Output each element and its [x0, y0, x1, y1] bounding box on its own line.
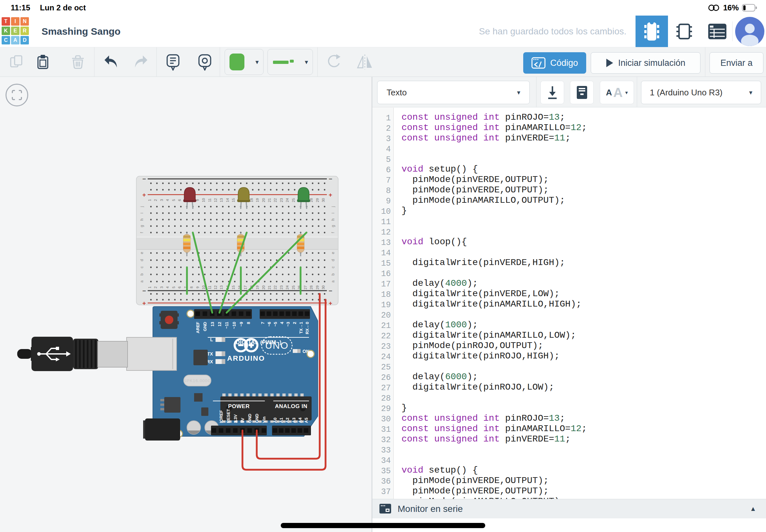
library-button[interactable] — [570, 81, 594, 104]
code-panel-header: Texto ▾ A A — [372, 77, 766, 107]
circuit-view-button[interactable] — [636, 16, 668, 47]
svg-text:13: 13 — [219, 198, 223, 202]
battery-icon — [742, 4, 758, 12]
svg-text:2: 2 — [153, 199, 157, 201]
led-green — [298, 187, 309, 200]
svg-text:13: 13 — [219, 285, 223, 289]
selected-color-swatch — [229, 54, 244, 70]
tinkercad-logo[interactable]: TINKERCAD — [2, 17, 29, 44]
serial-monitor-label: Monitor en serie — [398, 504, 463, 514]
svg-text:8: 8 — [246, 322, 251, 324]
svg-text:Vin: Vin — [261, 417, 266, 423]
code-editor[interactable]: 1const unsigned int pinROJO=13;2const un… — [372, 108, 766, 499]
zoom-to-fit-button[interactable] — [6, 84, 28, 106]
svg-text:19: 19 — [255, 198, 259, 202]
start-simulation-label: Iniciar simulación — [618, 58, 685, 68]
svg-text:~10: ~10 — [232, 322, 237, 329]
led-yellow — [238, 187, 249, 200]
svg-text:30: 30 — [321, 285, 325, 289]
color-caret-icon: ▾ — [255, 58, 259, 66]
undo-icon[interactable] — [102, 53, 120, 71]
svg-text:i: i — [331, 213, 335, 214]
expand-monitor-icon[interactable]: ▲ — [750, 505, 756, 513]
svg-text:29: 29 — [315, 198, 319, 202]
wire-caret-icon: ▾ — [305, 58, 308, 66]
svg-text:~6: ~6 — [267, 322, 272, 327]
paste-icon[interactable] — [34, 53, 52, 71]
svg-text:5V: 5V — [240, 418, 245, 423]
code-button[interactable]: Código — [523, 52, 586, 74]
svg-text:10: 10 — [201, 198, 205, 202]
download-code-button[interactable] — [541, 81, 564, 104]
svg-text:GND: GND — [202, 322, 207, 331]
svg-text:19: 19 — [255, 285, 259, 289]
logo-letter: I — [11, 17, 19, 26]
svg-text:RESET: RESET — [226, 409, 231, 423]
main-toolbar: ▾ ▾ Código — [0, 47, 766, 77]
svg-text:+: + — [328, 300, 332, 307]
svg-text:e: e — [140, 252, 144, 254]
svg-text:b: b — [331, 273, 335, 275]
svg-text:a: a — [331, 280, 335, 283]
svg-text:IOREF: IOREF — [219, 410, 224, 423]
reset-button[interactable] — [159, 311, 179, 329]
serial-monitor-bar[interactable]: Monitor en serie ▲ — [372, 499, 766, 518]
download-icon — [546, 85, 559, 100]
status-date: Lun 2 de oct — [40, 3, 86, 12]
svg-text:−: − — [328, 175, 332, 182]
arduino-uno[interactable]: AREFGND1312~11~10~987~6~54~32TX→1RX←0 DI… — [127, 307, 318, 441]
code-window-icon — [531, 56, 546, 69]
svg-text:15: 15 — [231, 285, 235, 289]
archive-icon — [576, 85, 588, 100]
svg-text:1: 1 — [148, 199, 152, 201]
rotate-icon[interactable] — [324, 53, 342, 71]
wire-style-dropdown[interactable]: ▾ — [267, 49, 313, 75]
svg-text:−: − — [142, 287, 146, 294]
send-to-button[interactable]: Enviar a — [710, 52, 763, 74]
list-view-icon[interactable] — [708, 23, 727, 40]
arduino-model-label: UNO — [265, 340, 289, 351]
svg-text:2: 2 — [153, 286, 157, 288]
inspect-label-icon[interactable] — [196, 53, 214, 71]
annotation-icon[interactable] — [164, 53, 182, 71]
svg-text:9: 9 — [196, 286, 200, 288]
logo-letter: K — [2, 27, 10, 35]
svg-text:23: 23 — [279, 198, 283, 202]
font-size-button[interactable]: A A ▾ — [600, 81, 634, 104]
flip-icon[interactable] — [356, 53, 374, 71]
svg-text:6: 6 — [177, 286, 181, 288]
copy-icon[interactable] — [8, 53, 26, 71]
code-view-dropdown[interactable]: Texto ▾ — [377, 81, 530, 104]
led-tx-label: TX — [207, 351, 213, 357]
svg-text:5: 5 — [172, 286, 176, 288]
svg-text:1: 1 — [148, 286, 152, 288]
avatar[interactable] — [735, 17, 765, 46]
svg-text:11: 11 — [208, 285, 212, 289]
svg-text:17: 17 — [243, 285, 247, 289]
svg-text:3: 3 — [160, 286, 164, 288]
crystal-label: SPK16.000G — [183, 378, 211, 383]
svg-text:20: 20 — [261, 285, 265, 289]
status-bar: 11:15 Lun 2 de oct 16% — [0, 0, 766, 16]
home-indicator[interactable] — [281, 523, 485, 528]
usb-cable[interactable] — [17, 337, 128, 371]
board-selector-dropdown[interactable]: 1 (Arduino Uno R3) ▾ — [641, 81, 761, 104]
design-title[interactable]: Smashing Sango — [42, 16, 120, 47]
color-dropdown[interactable]: ▾ — [225, 49, 263, 75]
circuit-canvas[interactable]: 1122334455667788991010111112121313141415… — [0, 77, 371, 532]
svg-text:A4: A4 — [298, 417, 302, 423]
svg-text:20: 20 — [261, 198, 265, 202]
svg-text:7: 7 — [260, 322, 265, 324]
svg-text:14: 14 — [225, 198, 229, 202]
start-simulation-button[interactable]: Iniciar simulación — [591, 52, 700, 74]
svg-text:12: 12 — [213, 198, 217, 202]
svg-text:22: 22 — [273, 285, 277, 289]
code-view-value: Texto — [387, 88, 407, 98]
delete-icon[interactable] — [69, 53, 87, 71]
svg-text:15: 15 — [231, 198, 235, 202]
redo-icon[interactable] — [132, 53, 150, 71]
svg-text:+: + — [142, 300, 146, 307]
chip-icon — [642, 21, 662, 42]
font-large-glyph: A — [613, 85, 623, 100]
components-icon[interactable] — [675, 22, 693, 41]
